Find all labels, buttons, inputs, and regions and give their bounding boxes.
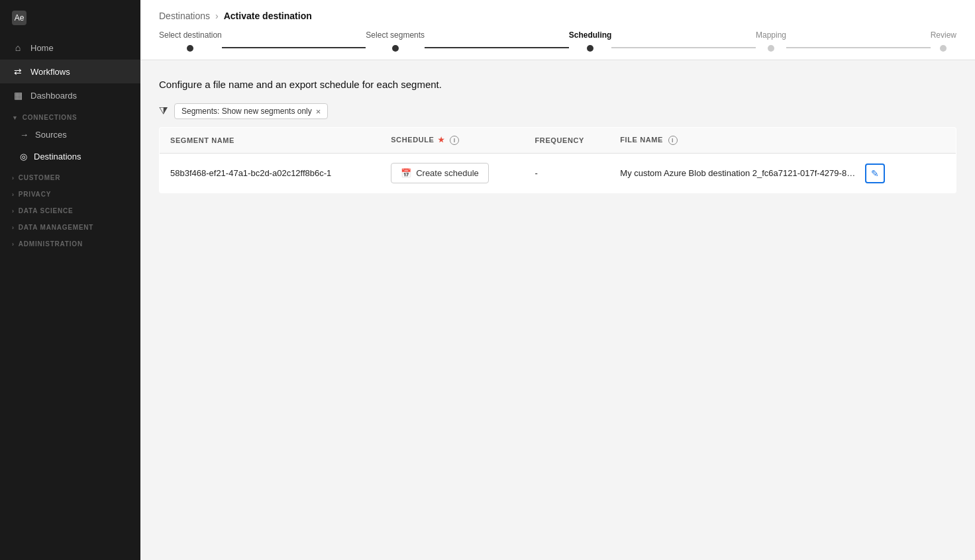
destinations-icon: ◎ — [20, 152, 27, 162]
cell-file-name: My custom Azure Blob destination 2_fc6a7… — [609, 154, 956, 193]
section-connections-label: CONNECTIONS — [23, 114, 77, 121]
section-privacy-label: PRIVACY — [19, 191, 51, 198]
section-privacy[interactable]: › PRIVACY — [0, 184, 140, 201]
file-name-cell-content: My custom Azure Blob destination 2_fc6a7… — [620, 163, 885, 183]
data-science-chevron: › — [12, 208, 15, 214]
edit-icon: ✎ — [871, 168, 879, 179]
workflows-icon: ⇄ — [12, 66, 24, 77]
col-header-segment-name: SEGMENT NAME — [160, 128, 381, 154]
section-connections[interactable]: ▼ CONNECTIONS — [0, 107, 140, 124]
step-scheduling: Scheduling — [569, 30, 612, 52]
top-bar: Destinations › Activate destination Sele… — [140, 0, 975, 60]
step-label-scheduling: Scheduling — [569, 30, 612, 40]
cell-frequency: - — [525, 154, 610, 193]
section-administration[interactable]: › ADMINISTRATION — [0, 234, 140, 250]
section-data-science[interactable]: › DATA SCIENCE — [0, 201, 140, 217]
schedule-required-star: ★ — [438, 136, 445, 144]
sources-icon: → — [20, 130, 28, 140]
customer-chevron: › — [12, 175, 15, 181]
section-data-management-label: DATA MANAGEMENT — [19, 224, 93, 231]
filter-icon[interactable]: ⧩ — [159, 105, 168, 117]
step-label-review: Review — [931, 30, 956, 40]
breadcrumb-current: Activate destination — [224, 11, 312, 21]
sidebar-item-dashboards[interactable]: ▦ Dashboards — [0, 83, 140, 107]
step-review: Review — [931, 30, 956, 52]
create-schedule-label: Create schedule — [416, 168, 479, 178]
sidebar: Ae ⌂ Home ⇄ Workflows ▦ Dashboards ▼ CON… — [0, 0, 140, 560]
main-content: Destinations › Activate destination Sele… — [140, 0, 975, 560]
step-label-select-destination: Select destination — [159, 30, 222, 40]
filter-tag-remove-button[interactable]: × — [316, 107, 321, 116]
filter-tag-segments: Segments: Show new segments only × — [174, 103, 328, 119]
step-line-3 — [611, 47, 756, 48]
col-header-schedule: SCHEDULE ★ i — [380, 128, 524, 154]
step-line-2 — [425, 47, 569, 48]
breadcrumb: Destinations › Activate destination — [159, 11, 956, 21]
edit-file-name-button[interactable]: ✎ — [865, 163, 885, 183]
file-name-info-icon[interactable]: i — [668, 136, 678, 145]
segment-name-value: 58b3f468-ef21-47a1-bc2d-a02c12ff8b6c-1 — [170, 168, 331, 178]
step-dot-mapping — [768, 45, 774, 52]
schedule-info-icon[interactable]: i — [450, 136, 459, 145]
home-icon: ⌂ — [12, 42, 24, 53]
calendar-icon: 📅 — [401, 168, 411, 178]
data-management-chevron: › — [12, 224, 15, 231]
step-line-4 — [786, 47, 931, 48]
sidebar-item-home-label: Home — [30, 43, 54, 53]
section-data-science-label: DATA SCIENCE — [19, 207, 74, 214]
step-select-segments: Select segments — [366, 30, 425, 52]
app-logo: Ae — [0, 0, 140, 36]
table-body: 58b3f468-ef21-47a1-bc2d-a02c12ff8b6c-1 📅… — [160, 154, 956, 193]
privacy-chevron: › — [12, 191, 15, 198]
step-select-destination: Select destination — [159, 30, 222, 52]
filter-row: ⧩ Segments: Show new segments only × — [159, 103, 956, 119]
step-dot-review — [940, 45, 947, 52]
step-dot-scheduling — [587, 45, 593, 52]
sidebar-item-home[interactable]: ⌂ Home — [0, 36, 140, 60]
filter-tag-label: Segments: Show new segments only — [181, 107, 312, 116]
table-row: 58b3f468-ef21-47a1-bc2d-a02c12ff8b6c-1 📅… — [160, 154, 956, 193]
step-line-1 — [222, 47, 366, 48]
dashboards-icon: ▦ — [12, 90, 24, 101]
section-administration-label: ADMINISTRATION — [19, 240, 83, 248]
administration-chevron: › — [12, 241, 15, 248]
sidebar-item-destinations-label: Destinations — [34, 152, 81, 162]
content-area: Configure a file name and an export sche… — [140, 60, 975, 212]
sidebar-item-sources[interactable]: → Sources — [0, 124, 140, 146]
create-schedule-button[interactable]: 📅 Create schedule — [391, 163, 489, 183]
col-header-file-name: FILE NAME i — [609, 128, 956, 154]
connections-chevron: ▼ — [12, 115, 19, 121]
sidebar-item-sources-label: Sources — [35, 130, 67, 140]
breadcrumb-separator: › — [215, 11, 219, 21]
cell-segment-name: 58b3f468-ef21-47a1-bc2d-a02c12ff8b6c-1 — [160, 154, 381, 193]
sidebar-item-dashboards-label: Dashboards — [30, 91, 77, 101]
sidebar-item-workflows[interactable]: ⇄ Workflows — [0, 60, 140, 83]
table-header: SEGMENT NAME SCHEDULE ★ i FREQUENCY FILE… — [160, 128, 956, 154]
step-label-mapping: Mapping — [756, 30, 786, 40]
step-dot-select-destination — [187, 45, 193, 52]
step-label-select-segments: Select segments — [366, 30, 425, 40]
col-header-frequency: FREQUENCY — [525, 128, 610, 154]
breadcrumb-parent[interactable]: Destinations — [159, 11, 210, 21]
file-name-value: My custom Azure Blob destination 2_fc6a7… — [620, 168, 860, 178]
section-customer[interactable]: › CUSTOMER — [0, 167, 140, 184]
step-dot-select-segments — [392, 45, 399, 52]
section-data-management[interactable]: › DATA MANAGEMENT — [0, 217, 140, 234]
frequency-value: - — [535, 168, 538, 178]
sidebar-item-workflows-label: Workflows — [30, 67, 70, 77]
page-description: Configure a file name and an export sche… — [159, 79, 956, 90]
step-mapping: Mapping — [756, 30, 786, 52]
logo-icon: Ae — [12, 11, 26, 25]
sidebar-item-destinations[interactable]: ◎ Destinations — [0, 146, 140, 167]
section-customer-label: CUSTOMER — [19, 174, 60, 181]
steps-wizard: Select destination Select segments Sched… — [159, 30, 956, 60]
cell-schedule: 📅 Create schedule — [380, 154, 524, 193]
scheduling-table: SEGMENT NAME SCHEDULE ★ i FREQUENCY FILE… — [159, 127, 956, 193]
